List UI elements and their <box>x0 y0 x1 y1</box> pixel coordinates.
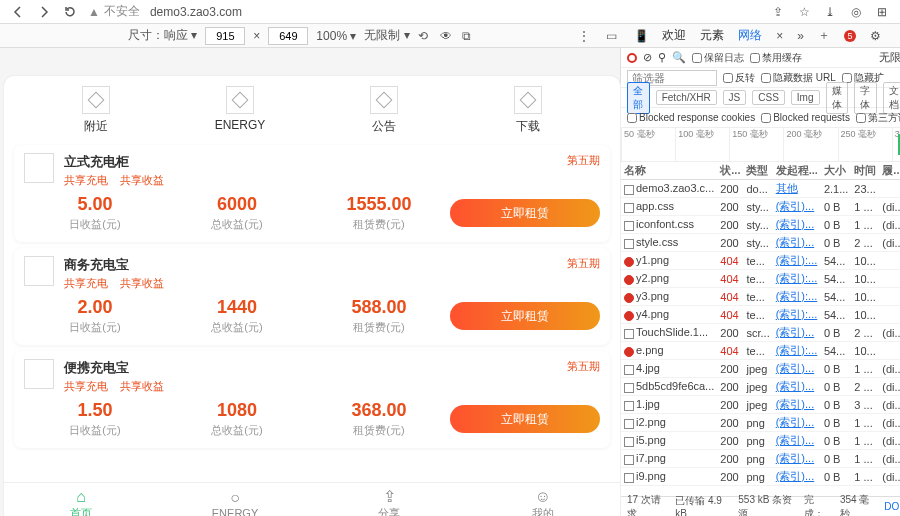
column-header-status[interactable]: 状... <box>717 162 743 180</box>
url-text[interactable]: demo3.zao3.com <box>150 5 242 19</box>
search-icon[interactable]: 🔍 <box>672 51 686 64</box>
cell-initiator[interactable]: (索引)... <box>773 378 821 396</box>
network-row[interactable]: iconfont.css200sty...(索引)...0 B1 ...(di.… <box>621 216 900 234</box>
nav-item-3[interactable]: 下载 <box>483 86 573 135</box>
tabbar-item-2[interactable]: ⇪分享 <box>312 483 466 516</box>
cell-initiator[interactable]: (索引)... <box>773 450 821 468</box>
viewport-width-input[interactable] <box>205 27 245 45</box>
nav-item-0[interactable]: 附近 <box>51 86 141 135</box>
cell-initiator[interactable]: (索引):... <box>773 270 821 288</box>
throttle-select[interactable]: 无限制 ▾ <box>364 27 409 44</box>
network-row[interactable]: i2.png200png(索引)...0 B1 ...(di... <box>621 414 900 432</box>
cell-initiator[interactable]: (索引)... <box>773 468 821 486</box>
cell-initiator[interactable]: (索引)... <box>773 396 821 414</box>
record-icon[interactable] <box>627 53 637 63</box>
network-row[interactable]: 5db5cd9fe6ca...200jpeg(索引)...0 B2 ...(di… <box>621 378 900 396</box>
share-icon[interactable]: ⇪ <box>770 4 786 20</box>
filter-icon[interactable]: ⚲ <box>658 51 666 64</box>
rent-button[interactable]: 立即租赁 <box>450 199 600 227</box>
tab-elements[interactable]: 元素 <box>700 27 724 44</box>
forward-icon[interactable] <box>36 4 52 20</box>
screenshot-icon[interactable]: ⧉ <box>462 29 476 43</box>
network-row[interactable]: y3.png404te...(索引):...54...10... <box>621 288 900 306</box>
filter-fetch[interactable]: Fetch/XHR <box>656 90 717 105</box>
cell-initiator[interactable]: (索引):... <box>773 252 821 270</box>
network-row[interactable]: 1.jpg200jpeg(索引)...0 B3 ...(di... <box>621 396 900 414</box>
zoom-level[interactable]: 100% ▾ <box>316 29 356 43</box>
blocked-response-cookies-checkbox[interactable]: Blocked response cookies <box>627 112 755 123</box>
network-row[interactable]: y1.png404te...(索引):...54...10... <box>621 252 900 270</box>
cell-initiator[interactable]: (索引)... <box>773 432 821 450</box>
nav-item-1[interactable]: ENERGY <box>195 86 285 135</box>
cell-initiator[interactable]: (索引)... <box>773 324 821 342</box>
timeline-ruler[interactable]: 50 毫秒100 毫秒150 毫秒200 毫秒250 毫秒300 毫秒 <box>621 128 900 162</box>
rent-button[interactable]: 立即租赁 <box>450 405 600 433</box>
hide-data-url-checkbox[interactable]: 隐藏数据 URL <box>761 71 836 85</box>
filter-js[interactable]: JS <box>723 90 747 105</box>
network-row[interactable]: style.css200sty...(索引)...0 B2 ...(di... <box>621 234 900 252</box>
add-tab-icon[interactable]: ＋ <box>818 27 830 44</box>
kebab-icon[interactable]: ⋮ <box>578 29 592 43</box>
throttle-network-select[interactable]: 无限制 <box>879 50 900 65</box>
disable-cache-checkbox[interactable]: 禁用缓存 <box>750 51 802 65</box>
preserve-log-checkbox[interactable]: 保留日志 <box>692 51 744 65</box>
close-tab-icon[interactable]: × <box>776 29 783 43</box>
cell-initiator[interactable]: (索引)... <box>773 360 821 378</box>
cell-initiator[interactable]: 其他 <box>773 180 821 198</box>
network-row[interactable]: i5.png200png(索引)...0 B1 ...(di... <box>621 432 900 450</box>
network-row[interactable]: e.png404te...(索引):...54...10... <box>621 342 900 360</box>
cell-initiator[interactable]: (索引)... <box>773 198 821 216</box>
column-header-size[interactable]: 大小 <box>821 162 851 180</box>
tabs-more-icon[interactable]: » <box>797 29 804 43</box>
tabbar-item-3[interactable]: ☺我的 <box>466 483 620 516</box>
back-icon[interactable] <box>10 4 26 20</box>
download-icon[interactable]: ⤓ <box>822 4 838 20</box>
column-header-cache[interactable]: 履... <box>879 162 900 180</box>
cell-type: png <box>743 432 772 450</box>
network-row[interactable]: i7.png200png(索引)...0 B1 ...(di... <box>621 450 900 468</box>
network-row[interactable]: y2.png404te...(索引):...54...10... <box>621 270 900 288</box>
star-icon[interactable]: ☆ <box>796 4 812 20</box>
network-row[interactable]: TouchSlide.1...200scr...(索引)...0 B2 ...(… <box>621 324 900 342</box>
network-row[interactable]: i9.png200png(索引)...0 B1 ...(di... <box>621 468 900 486</box>
device-icon[interactable]: 📱 <box>634 29 648 43</box>
column-header-initiator[interactable]: 发起程... <box>773 162 821 180</box>
cell-initiator[interactable]: (索引):... <box>773 342 821 360</box>
eye-icon[interactable]: 👁 <box>440 29 454 43</box>
tab-network[interactable]: 网络 <box>738 27 762 44</box>
cell-initiator[interactable]: (索引):... <box>773 306 821 324</box>
profile-icon[interactable]: ◎ <box>848 4 864 20</box>
filter-img[interactable]: Img <box>791 90 820 105</box>
tabbar-item-0[interactable]: ⌂首页 <box>4 483 158 516</box>
cell-initiator[interactable]: (索引)... <box>773 234 821 252</box>
blocked-requests-checkbox[interactable]: Blocked requests <box>761 112 850 123</box>
rotate-icon[interactable]: ⟲ <box>418 29 432 43</box>
network-row[interactable]: app.css200sty...(索引)...0 B1 ...(di... <box>621 198 900 216</box>
invert-checkbox[interactable]: 反转 <box>723 71 755 85</box>
viewport-height-input[interactable] <box>268 27 308 45</box>
cell-initiator[interactable]: (索引)... <box>773 414 821 432</box>
network-row[interactable]: 4.jpg200jpeg(索引)...0 B1 ...(di... <box>621 360 900 378</box>
column-header-name[interactable]: 名称 <box>621 162 717 180</box>
gear-icon[interactable]: ⚙ <box>870 29 884 43</box>
rent-button[interactable]: 立即租赁 <box>450 302 600 330</box>
extensions-icon[interactable]: ⊞ <box>874 4 890 20</box>
clear-icon[interactable]: ⊘ <box>643 51 652 64</box>
filter-css[interactable]: CSS <box>752 90 785 105</box>
column-header-time[interactable]: 时间 <box>851 162 879 180</box>
error-count-badge[interactable]: 5 <box>844 30 856 42</box>
responsive-size-label[interactable]: 尺寸：响应 ▾ <box>128 27 197 44</box>
network-table[interactable]: 名称状...类型发起程...大小时间履...时间线 demo3.zao3.c..… <box>621 162 900 496</box>
network-row[interactable]: demo3.zao3.c...200do...其他2.1...23... <box>621 180 900 198</box>
tab-welcome[interactable]: 欢迎 <box>662 27 686 44</box>
reload-icon[interactable] <box>62 4 78 20</box>
nav-item-2[interactable]: 公告 <box>339 86 429 135</box>
security-warning[interactable]: ▲ 不安全 <box>88 3 140 20</box>
inspect-icon[interactable]: ▭ <box>606 29 620 43</box>
tabbar-item-1[interactable]: ○ENERGY <box>158 483 312 516</box>
cell-initiator[interactable]: (索引)... <box>773 216 821 234</box>
network-row[interactable]: y4.png404te...(索引):...54...10... <box>621 306 900 324</box>
column-header-type[interactable]: 类型 <box>743 162 772 180</box>
cell-initiator[interactable]: (索引):... <box>773 288 821 306</box>
third-party-checkbox[interactable]: 第三方请求 <box>856 111 900 125</box>
